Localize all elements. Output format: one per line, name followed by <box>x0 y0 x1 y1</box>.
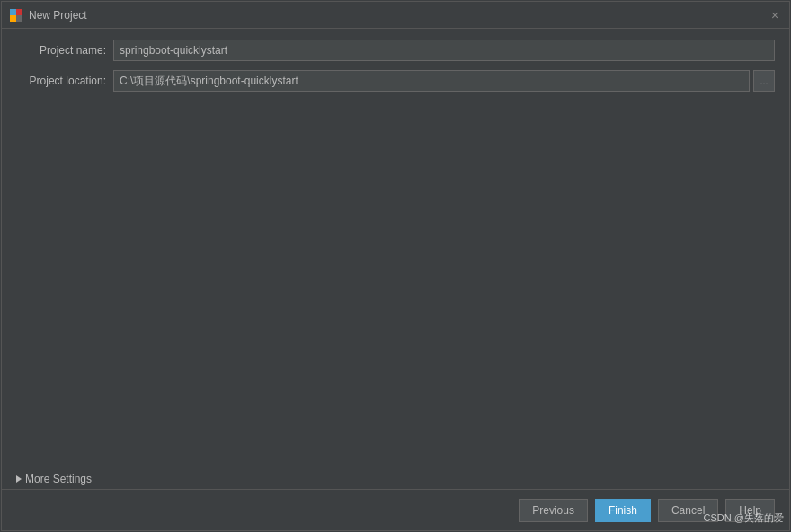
project-location-input-wrapper: ... <box>113 70 775 92</box>
project-name-input-wrapper <box>113 40 775 61</box>
svg-rect-3 <box>16 15 22 22</box>
browse-button[interactable]: ... <box>753 70 775 92</box>
project-location-input[interactable] <box>113 70 750 92</box>
svg-rect-0 <box>10 9 16 15</box>
title-bar-left: New Project <box>9 8 87 22</box>
svg-rect-2 <box>10 15 16 22</box>
new-project-icon <box>9 8 23 22</box>
help-button[interactable]: Help <box>725 499 775 522</box>
svg-rect-1 <box>16 9 22 15</box>
close-button[interactable]: × <box>768 8 782 22</box>
more-settings-toggle[interactable]: More Settings <box>2 469 789 489</box>
new-project-dialog: New Project × Project name: Project loca… <box>1 1 790 531</box>
cancel-button[interactable]: Cancel <box>658 499 718 522</box>
project-location-row: Project location: ... <box>16 70 775 92</box>
project-name-input[interactable] <box>113 40 775 61</box>
finish-button[interactable]: Finish <box>595 499 651 522</box>
content-spacer <box>16 101 775 458</box>
project-name-row: Project name: <box>16 40 775 61</box>
more-settings-label: More Settings <box>25 473 92 485</box>
more-settings-arrow-icon <box>16 475 22 483</box>
project-name-label: Project name: <box>16 44 106 57</box>
dialog-title: New Project <box>29 9 87 22</box>
title-bar: New Project × <box>2 2 789 29</box>
content-area: Project name: Project location: ... <box>2 29 789 469</box>
previous-button[interactable]: Previous <box>519 499 588 522</box>
project-location-label: Project location: <box>16 75 106 87</box>
dialog-footer: Previous Finish Cancel Help <box>2 489 789 530</box>
